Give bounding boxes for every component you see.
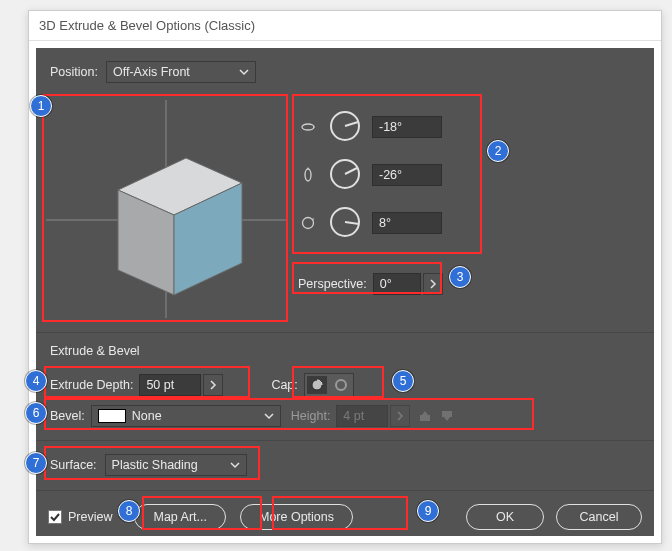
- svg-line-13: [345, 222, 359, 224]
- svg-rect-17: [420, 415, 430, 421]
- svg-rect-19: [442, 411, 452, 417]
- rotate-z-input[interactable]: 8°: [372, 212, 442, 234]
- titlebar: 3D Extrude & Bevel Options (Classic): [29, 11, 661, 41]
- svg-line-10: [345, 168, 357, 174]
- extrude-depth-label: Extrude Depth:: [50, 378, 133, 392]
- rotate-z-axis-icon: [298, 215, 318, 231]
- surface-value: Plastic Shading: [112, 458, 198, 472]
- map-art-button[interactable]: Map Art...: [134, 504, 226, 530]
- perspective-label: Perspective:: [298, 277, 367, 291]
- bevel-extent-in-icon: [416, 407, 434, 425]
- svg-marker-18: [422, 411, 428, 415]
- cap-toggle[interactable]: [304, 373, 354, 397]
- more-options-label: More Options: [259, 510, 334, 524]
- divider: [36, 490, 654, 491]
- bevel-height-stepper: [390, 405, 410, 427]
- svg-line-7: [345, 122, 358, 126]
- extrude-depth-value: 50 pt: [146, 378, 174, 392]
- rotate-x-value: -18°: [379, 120, 402, 134]
- extrude-depth-input[interactable]: 50 pt: [139, 374, 201, 396]
- panel: Position: Off-Axis Front: [36, 48, 654, 536]
- position-dropdown[interactable]: Off-Axis Front: [106, 61, 256, 83]
- svg-marker-20: [444, 417, 450, 421]
- preview-checkbox[interactable]: [48, 510, 62, 524]
- ok-button[interactable]: OK: [466, 504, 544, 530]
- bevel-height-label: Height:: [291, 409, 331, 423]
- rotate-z-value: 8°: [379, 216, 391, 230]
- rotate-y-value: -26°: [379, 168, 402, 182]
- rotate-y-axis-icon: [298, 167, 318, 183]
- position-value: Off-Axis Front: [113, 65, 190, 79]
- surface-dropdown[interactable]: Plastic Shading: [105, 454, 247, 476]
- bevel-label: Bevel:: [50, 409, 85, 423]
- cancel-label: Cancel: [580, 510, 619, 524]
- perspective-stepper[interactable]: [423, 273, 443, 295]
- surface-label: Surface:: [50, 458, 97, 472]
- dialog-window: 3D Extrude & Bevel Options (Classic) Pos…: [28, 10, 662, 544]
- position-label: Position:: [50, 65, 98, 79]
- divider: [36, 440, 654, 441]
- bevel-value: None: [132, 409, 162, 423]
- cancel-button[interactable]: Cancel: [556, 504, 642, 530]
- extrude-depth-stepper[interactable]: [203, 374, 223, 396]
- rotate-z-dial[interactable]: [328, 205, 362, 242]
- cap-on-icon[interactable]: [307, 376, 327, 394]
- preview-label: Preview: [68, 510, 112, 524]
- ok-label: OK: [496, 510, 514, 524]
- bevel-height-value: 4 pt: [343, 409, 364, 423]
- bevel-dropdown[interactable]: None: [91, 405, 281, 427]
- svg-point-8: [305, 169, 311, 181]
- svg-point-5: [302, 124, 314, 130]
- bevel-swatch: [98, 409, 126, 423]
- rotate-x-dial[interactable]: [328, 109, 362, 146]
- more-options-button[interactable]: More Options: [240, 504, 353, 530]
- bevel-extent-out-icon: [438, 407, 456, 425]
- bevel-height-input: 4 pt: [336, 405, 388, 427]
- window-title: 3D Extrude & Bevel Options (Classic): [39, 18, 255, 33]
- chevron-down-icon: [230, 460, 240, 470]
- rotate-x-axis-icon: [298, 119, 318, 135]
- chevron-down-icon: [239, 67, 249, 77]
- rotation-cube-preview[interactable]: [46, 100, 286, 318]
- cap-off-icon[interactable]: [331, 376, 351, 394]
- svg-point-11: [303, 218, 314, 229]
- perspective-value: 0°: [380, 277, 392, 291]
- chevron-down-icon: [264, 411, 274, 421]
- map-art-label: Map Art...: [153, 510, 207, 524]
- cap-label: Cap:: [271, 378, 297, 392]
- svg-point-16: [336, 380, 346, 390]
- perspective-input[interactable]: 0°: [373, 273, 421, 295]
- rotate-x-input[interactable]: -18°: [372, 116, 442, 138]
- rotate-y-input[interactable]: -26°: [372, 164, 442, 186]
- extrude-bevel-section-label: Extrude & Bevel: [50, 344, 140, 358]
- divider: [36, 332, 654, 333]
- rotate-y-dial[interactable]: [328, 157, 362, 194]
